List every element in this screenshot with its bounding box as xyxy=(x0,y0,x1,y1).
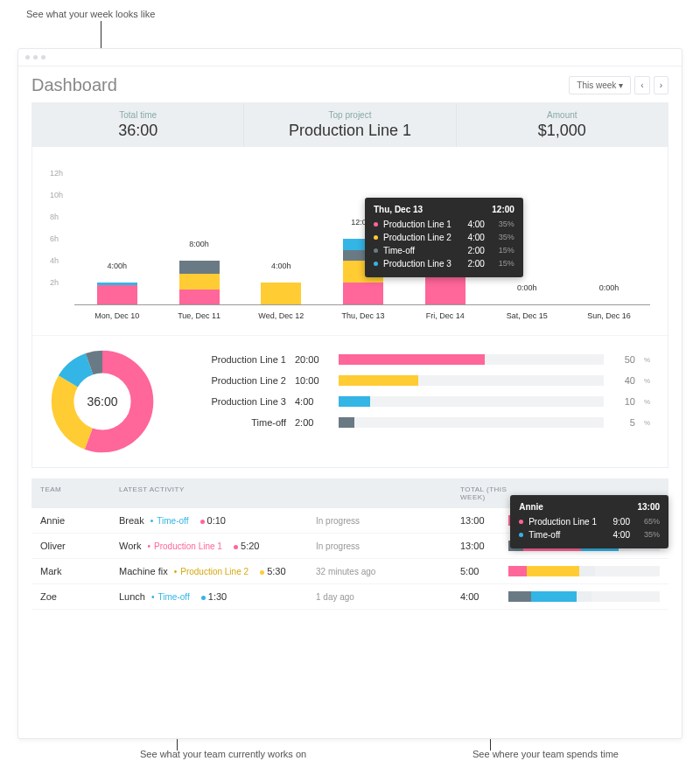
prev-button[interactable]: ‹ xyxy=(634,76,649,94)
team-row[interactable]: Mark Machine fix •Production Line 2 5:30… xyxy=(32,559,668,584)
summary-value: Production Line 1 xyxy=(244,122,455,140)
tooltip-row: Time-off 4:00 35% xyxy=(519,528,660,541)
chart-tooltip: Thu, Dec 13 12:00 Production Line 1 4:00… xyxy=(365,198,523,277)
page-title: Dashboard xyxy=(32,75,117,95)
activity-duration: 5:20 xyxy=(241,541,259,551)
tooltip-series-pct: 15% xyxy=(490,245,514,257)
mini-bar-segment xyxy=(508,591,531,602)
member-name: Annie xyxy=(40,515,119,526)
team-row[interactable]: Zoe Lunch •Time-off 1:30 1 day ago 4:00 xyxy=(32,584,668,610)
summary-top-project: Top project Production Line 1 xyxy=(244,103,456,147)
tooltip-series-pct: 15% xyxy=(490,258,514,270)
tooltip-series-pct: 35% xyxy=(635,529,660,541)
bar-segment xyxy=(179,261,220,274)
annotation-week: See what your week looks like xyxy=(26,9,155,19)
baseline xyxy=(74,304,650,305)
bar-segment xyxy=(425,276,466,305)
activity-duration: 1:30 xyxy=(208,591,227,602)
latest-activity: Work •Production Line 1 5:20 xyxy=(119,541,316,551)
y-tick: 8h xyxy=(50,213,59,221)
bar-column[interactable]: 0:00hSun, Dec 16 xyxy=(589,173,629,304)
tooltip-series-value: 4:00 xyxy=(602,528,630,541)
summary-row: Total time 36:00 Top project Production … xyxy=(32,103,668,147)
pct-unit: % xyxy=(644,398,650,406)
bar-x-label: Tue, Dec 11 xyxy=(178,311,220,320)
mini-bar-segment xyxy=(577,591,592,602)
bar-column[interactable]: 4:00hMon, Dec 10 xyxy=(97,173,137,304)
activity-project: Production Line 2 xyxy=(180,567,248,576)
bar-column[interactable]: 4:00hWed, Dec 12 xyxy=(261,173,301,304)
breakdown-row[interactable]: Production Line 2 10:00 40 % xyxy=(181,370,650,391)
tooltip-row: Production Line 1 4:00 35% xyxy=(374,218,514,231)
legend-dot-icon xyxy=(374,222,378,227)
legend-dot-icon xyxy=(374,248,378,253)
bar-value-label: 8:00h xyxy=(189,240,209,248)
breakdown-bar xyxy=(339,396,370,407)
breakdown-track xyxy=(339,354,604,365)
bar-segment xyxy=(343,283,383,304)
activity-project: Time-off xyxy=(158,592,190,602)
activity-task: Work xyxy=(119,541,141,551)
breakdown-name: Production Line 1 xyxy=(181,354,286,365)
member-mini-bar xyxy=(508,566,660,576)
tooltip-series-pct: 35% xyxy=(490,232,514,244)
activity-task: Machine fix xyxy=(119,566,168,576)
status-dot-icon xyxy=(260,570,264,575)
activity-duration: 5:30 xyxy=(267,566,285,576)
breakdown-pct: 5 xyxy=(612,417,635,428)
tooltip-series-value: 4:00 xyxy=(457,231,485,244)
annotation-works-on: See what your team currently works on xyxy=(140,749,306,759)
app-window: Dashboard This week ▾ ‹ › Total time 36:… xyxy=(18,48,682,739)
team-tooltip: Annie 13:00 Production Line 1 9:00 65% T… xyxy=(510,495,668,548)
bar-x-label: Mon, Dec 10 xyxy=(94,311,139,320)
traffic-light-icon xyxy=(33,55,38,59)
breakdown-row[interactable]: Production Line 3 4:00 10 % xyxy=(181,391,650,412)
breakdown-pct: 10 xyxy=(612,396,635,407)
bar-value-label: 4:00h xyxy=(108,262,128,270)
breakdown-row[interactable]: Production Line 1 20:00 50 % xyxy=(181,349,650,370)
team-row[interactable]: Annie Break •Time-off 0:10 In progress 1… xyxy=(32,508,668,534)
tooltip-series-name: Production Line 1 xyxy=(383,218,452,231)
tooltip-total: 12:00 xyxy=(492,205,514,214)
member-total: 4:00 xyxy=(460,591,508,602)
y-tick: 12h xyxy=(50,169,63,178)
donut-chart: 36:00 xyxy=(50,349,155,454)
latest-activity: Break •Time-off 0:10 xyxy=(119,515,316,526)
tooltip-series-name: Production Line 1 xyxy=(528,515,597,528)
breakdown-row[interactable]: Time-off 2:00 5 % xyxy=(181,412,650,433)
weekly-bar-chart: Thu, Dec 13 12:00 Production Line 1 4:00… xyxy=(32,147,668,335)
next-button[interactable]: › xyxy=(654,76,668,94)
legend-dot-icon xyxy=(519,533,523,537)
member-mini-bar xyxy=(508,591,660,602)
status-dot-icon xyxy=(200,520,205,524)
member-total: 13:00 xyxy=(460,515,508,526)
summary-total-time: Total time 36:00 xyxy=(32,103,244,147)
y-tick: 10h xyxy=(50,191,63,199)
breakdown-pct: 50 xyxy=(612,354,635,365)
tooltip-row: Production Line 3 2:00 15% xyxy=(374,257,514,270)
mini-bar-segment xyxy=(527,566,580,576)
activity-project: Production Line 1 xyxy=(154,541,222,551)
chevron-down-icon: ▾ xyxy=(619,80,623,90)
bar-column[interactable]: 8:00hTue, Dec 11 xyxy=(179,173,220,304)
activity-task: Break xyxy=(119,515,144,526)
summary-label: Total time xyxy=(32,110,243,120)
breakdown-time: 4:00 xyxy=(295,396,330,407)
tooltip-title: Annie xyxy=(519,502,543,512)
tooltip-series-pct: 35% xyxy=(490,219,514,231)
activity-task: Lunch xyxy=(119,591,145,602)
donut-total: 36:00 xyxy=(50,349,155,454)
breakdown-name: Time-off xyxy=(181,417,286,428)
legend-dot-icon xyxy=(519,520,523,524)
team-panel: TEAM LATEST ACTIVITY TOTAL (THIS WEEK) A… xyxy=(32,478,668,610)
legend-dot-icon xyxy=(374,235,378,240)
col-total: TOTAL (THIS WEEK) xyxy=(460,485,508,501)
member-total: 5:00 xyxy=(460,566,508,576)
chevron-right-icon: › xyxy=(660,80,662,90)
traffic-light-icon xyxy=(25,55,30,59)
bar-value-label: 4:00h xyxy=(271,262,291,270)
bar-value-label: 0:00h xyxy=(599,283,620,292)
summary-panel: Total time 36:00 Top project Production … xyxy=(32,102,668,468)
range-dropdown[interactable]: This week ▾ xyxy=(569,76,631,94)
breakdown-rows: Production Line 1 20:00 50 %Production L… xyxy=(181,349,650,454)
